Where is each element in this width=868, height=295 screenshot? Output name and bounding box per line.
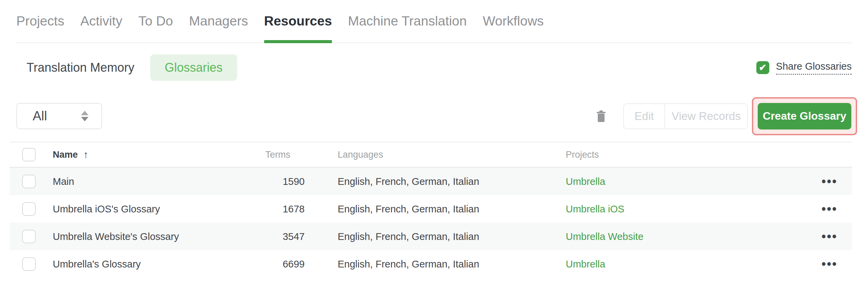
glossary-terms-count: 1590 (220, 176, 305, 187)
table-header-row: Name ↑ Terms Languages Projects (10, 142, 852, 168)
column-header-languages: Languages (338, 150, 383, 160)
tab-activity[interactable]: Activity (80, 0, 123, 42)
checked-checkbox-icon[interactable]: ✔ (756, 61, 769, 74)
edit-view-button-group: Edit View Records (623, 103, 748, 129)
subtab-translation-memory[interactable]: Translation Memory (27, 60, 134, 75)
glossary-name: Umbrella Website's Glossary (53, 231, 179, 242)
annotation-highlight: Create Glossary (752, 97, 857, 135)
column-header-name[interactable]: Name ↑ (53, 149, 89, 160)
row-menu-button[interactable]: ••• (822, 203, 838, 215)
view-records-button[interactable]: View Records (664, 104, 747, 128)
name-header-label: Name (53, 150, 78, 160)
row-menu-button[interactable]: ••• (822, 230, 838, 243)
glossary-name: Main (53, 176, 74, 187)
share-glossaries-toggle[interactable]: ✔ Share Glossaries (756, 61, 852, 75)
glossary-languages: English, French, German, Italian (338, 203, 479, 214)
project-link[interactable]: Umbrella (566, 176, 605, 187)
glossary-languages: English, French, German, Italian (338, 176, 479, 187)
tab-workflows[interactable]: Workflows (483, 0, 544, 42)
glossary-terms-count: 1678 (220, 203, 305, 214)
table-row[interactable]: Main 1590 English, French, German, Itali… (10, 168, 852, 195)
create-glossary-button[interactable]: Create Glossary (758, 103, 851, 129)
edit-button[interactable]: Edit (624, 104, 664, 128)
glossary-languages: English, French, German, Italian (338, 258, 479, 270)
table-row[interactable]: Umbrella iOS's Glossary 1678 English, Fr… (10, 195, 852, 223)
table-row[interactable]: Umbrella Website's Glossary 3547 English… (10, 223, 852, 250)
project-link[interactable]: Umbrella (566, 258, 605, 269)
glossary-terms-count: 6699 (220, 258, 305, 270)
sort-ascending-icon: ↑ (83, 149, 89, 160)
tab-todo[interactable]: To Do (138, 0, 173, 42)
column-header-terms: Terms (220, 150, 305, 160)
tab-machine-translation[interactable]: Machine Translation (348, 0, 467, 42)
toolbar: All Edit View Records Create Glossary (16, 98, 852, 134)
tab-projects[interactable]: Projects (16, 0, 64, 42)
column-header-projects: Projects (566, 150, 599, 160)
glossary-filter-select[interactable]: All (16, 103, 102, 129)
trash-icon (597, 110, 606, 122)
share-glossaries-label: Share Glossaries (776, 61, 852, 75)
glossary-terms-count: 3547 (220, 231, 305, 242)
row-checkbox[interactable] (22, 202, 36, 216)
delete-button[interactable] (597, 110, 606, 122)
glossary-name: Umbrella's Glossary (53, 258, 141, 270)
dropdown-sorter-icon (81, 111, 89, 121)
row-checkbox[interactable] (22, 230, 36, 243)
main-tabbar: Projects Activity To Do Managers Resourc… (0, 0, 868, 43)
project-link[interactable]: Umbrella Website (566, 231, 643, 242)
select-all-checkbox[interactable] (22, 148, 36, 161)
filter-selected-value: All (33, 109, 47, 123)
tab-managers[interactable]: Managers (189, 0, 248, 42)
row-menu-button[interactable]: ••• (822, 175, 838, 188)
glossaries-table: Name ↑ Terms Languages Projects Main 159… (10, 142, 852, 278)
row-checkbox[interactable] (22, 257, 36, 271)
project-link[interactable]: Umbrella iOS (566, 203, 624, 214)
tab-resources[interactable]: Resources (264, 0, 332, 42)
glossary-name: Umbrella iOS's Glossary (53, 203, 160, 214)
table-row[interactable]: Umbrella's Glossary 6699 English, French… (10, 250, 852, 278)
row-checkbox[interactable] (22, 175, 36, 188)
subtab-glossaries[interactable]: Glossaries (150, 54, 237, 81)
row-menu-button[interactable]: ••• (822, 258, 838, 270)
glossary-languages: English, French, German, Italian (338, 231, 479, 242)
resources-subnav: Translation Memory Glossaries ✔ Share Gl… (16, 54, 852, 81)
